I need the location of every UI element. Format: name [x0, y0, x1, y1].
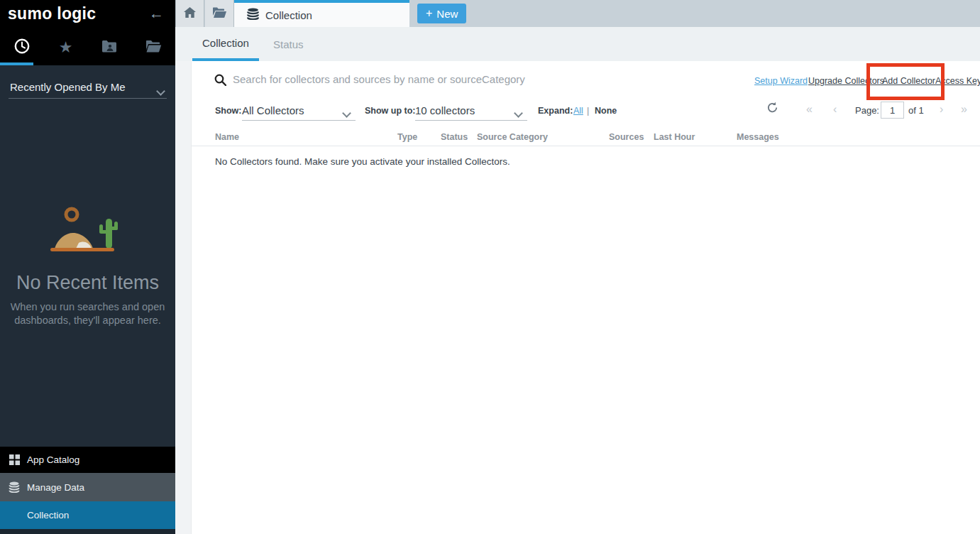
- menu-item-label: Manage Data: [27, 482, 84, 493]
- menu-item-label: App Catalog: [27, 454, 79, 465]
- access-keys-link[interactable]: Access Keys: [935, 76, 980, 86]
- add-collector-link[interactable]: Add Collector: [882, 76, 935, 86]
- separator: |: [587, 106, 589, 116]
- page-number-input[interactable]: [881, 102, 904, 119]
- sidebar-bottom-menu: App Catalog Manage Data Collection: [0, 447, 175, 534]
- open-folder-icon: [145, 40, 162, 55]
- chevron-down-icon[interactable]: [342, 109, 351, 118]
- new-button[interactable]: + New: [417, 4, 466, 23]
- desert-illustration: [45, 205, 130, 263]
- pagination-last-button[interactable]: »: [961, 103, 965, 116]
- empty-table-message: No Collectors found. Make sure you activ…: [215, 156, 510, 167]
- column-header-name: Name: [215, 132, 239, 142]
- shared-folder-icon: [101, 40, 117, 55]
- sidebar-item-manage-data[interactable]: Manage Data: [0, 473, 175, 501]
- tab-collection[interactable]: Collection: [192, 27, 259, 61]
- menu-item-label: Collection: [27, 510, 69, 521]
- sidebar-tab-library[interactable]: [131, 33, 175, 62]
- cactus-icon: [106, 219, 112, 249]
- chevron-down-icon[interactable]: [514, 109, 523, 118]
- expand-all-link[interactable]: All: [573, 106, 583, 116]
- database-icon: [9, 481, 20, 493]
- home-button[interactable]: [175, 0, 204, 27]
- setup-wizard-link[interactable]: Setup Wizard: [754, 76, 808, 86]
- sidebar: sumo logic ← ★ Rece: [0, 0, 175, 534]
- column-header-type: Type: [397, 132, 417, 142]
- content-gutter: [175, 61, 192, 534]
- refresh-icon[interactable]: [766, 102, 781, 116]
- no-recent-items-title: No Recent Items: [0, 272, 175, 294]
- star-icon: ★: [59, 40, 73, 55]
- sidebar-tab-shared[interactable]: [88, 33, 132, 62]
- dropdown-underline: [415, 120, 527, 121]
- sun-icon: [66, 209, 77, 220]
- column-header-source-category: Source Category: [477, 132, 548, 142]
- sidebar-item-collection[interactable]: Collection: [0, 501, 175, 529]
- recent-filter-dropdown[interactable]: Recently Opened By Me: [9, 75, 167, 99]
- tab-title: Collection: [265, 9, 312, 21]
- tab-collection-page[interactable]: Collection: [234, 0, 409, 27]
- home-icon: [184, 7, 196, 21]
- show-up-to-label: Show up to:: [365, 106, 416, 116]
- sidebar-header: sumo logic ← ★: [0, 0, 175, 65]
- folder-icon: [213, 7, 226, 21]
- dropdown-underline: [242, 120, 356, 121]
- active-tab-indicator: [0, 62, 33, 65]
- page-of-label: of 1: [908, 105, 924, 116]
- table-header-row: Name Type Status Source Category Sources…: [192, 131, 980, 146]
- column-header-messages: Messages: [737, 132, 779, 142]
- expand-none-link[interactable]: None: [595, 106, 617, 116]
- grid-icon: [9, 454, 20, 465]
- chevron-down-icon: [156, 87, 165, 96]
- new-button-label: New: [436, 8, 458, 20]
- no-recent-items-caption: When you run searches and open dashboard…: [0, 300, 175, 327]
- pagination-next-button[interactable]: ›: [940, 103, 943, 116]
- sumo-logic-logo: sumo logic: [8, 4, 96, 23]
- tab-status[interactable]: Status: [273, 27, 304, 61]
- show-filter-dropdown[interactable]: All Collectors: [242, 104, 304, 116]
- column-header-status: Status: [441, 132, 468, 142]
- page-label: Page:: [855, 105, 879, 116]
- column-header-sources: Sources: [609, 132, 644, 142]
- top-tab-strip: Collection + New: [175, 0, 980, 27]
- library-button[interactable]: [205, 0, 234, 27]
- sidebar-item-app-catalog[interactable]: App Catalog: [0, 447, 175, 473]
- collapse-sidebar-icon[interactable]: ←: [149, 5, 164, 22]
- show-filter-label: Show:: [215, 106, 242, 116]
- sidebar-footer: [0, 529, 175, 534]
- sidebar-tab-recent[interactable]: [0, 33, 44, 62]
- search-input[interactable]: [233, 70, 687, 88]
- search-icon: [214, 74, 226, 89]
- recent-filter-label: Recently Opened By Me: [10, 81, 126, 93]
- show-up-to-dropdown[interactable]: 10 collectors: [415, 104, 475, 116]
- upgrade-collectors-link[interactable]: Upgrade Collectors: [808, 76, 884, 86]
- expand-label: Expand:: [538, 106, 573, 116]
- sidebar-tab-favorites[interactable]: ★: [44, 33, 88, 62]
- pagination-prev-button[interactable]: ‹: [833, 103, 837, 116]
- pagination-first-button[interactable]: «: [806, 103, 810, 116]
- sidebar-icon-nav: ★: [0, 33, 175, 62]
- database-icon: [247, 8, 259, 22]
- plus-icon: +: [426, 7, 432, 20]
- page-tabs: Collection Status: [175, 27, 980, 61]
- clock-icon: [14, 38, 30, 57]
- main-content: Setup Wizard Upgrade Collectors Add Coll…: [192, 61, 980, 534]
- column-header-last-hour: Last Hour: [654, 132, 695, 142]
- ground-icon: [50, 248, 114, 251]
